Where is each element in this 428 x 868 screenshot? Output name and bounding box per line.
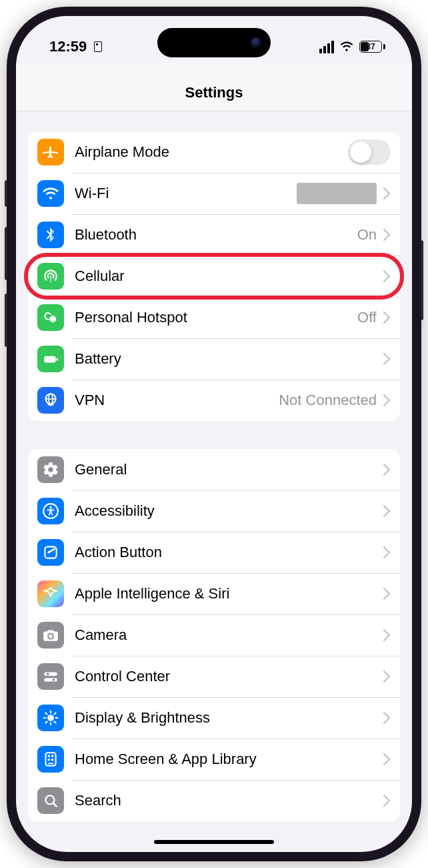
settings-row-wifi[interactable]: Wi-Fi: [28, 173, 400, 214]
cellular-signal-icon: [319, 41, 334, 53]
cellular-icon: [37, 263, 64, 290]
settings-row-bluetooth[interactable]: Bluetooth On: [28, 214, 400, 256]
chevron-right-icon: [383, 588, 391, 600]
vpn-value: Not Connected: [279, 392, 377, 409]
settings-row-appleintel[interactable]: Apple Intelligence & Siri: [28, 573, 400, 614]
action-button-icon: [37, 539, 64, 566]
settings-row-accessibility[interactable]: Accessibility: [28, 490, 400, 532]
chevron-right-icon: [383, 671, 391, 683]
phone-frame: 12:59 37 Set: [7, 7, 421, 861]
camera-icon: [37, 622, 64, 648]
chevron-right-icon: [383, 712, 391, 724]
side-button: [5, 180, 7, 207]
accessibility-label: Accessibility: [75, 502, 379, 520]
search-icon: [37, 787, 64, 814]
settings-scroll[interactable]: Airplane Mode Wi-Fi Bluetooth On Cellula…: [16, 111, 412, 849]
bluetooth-label: Bluetooth: [75, 226, 357, 244]
chevron-right-icon: [383, 312, 391, 324]
chevron-right-icon: [383, 795, 391, 807]
battery-indicator: 37: [359, 41, 385, 53]
display-label: Display & Brightness: [75, 709, 379, 727]
settings-row-battery[interactable]: Battery: [28, 338, 400, 380]
wifi-network-redacted: [297, 183, 377, 204]
settings-row-camera[interactable]: Camera: [28, 614, 400, 656]
battery-icon: [37, 346, 64, 372]
settings-group-connectivity: Airplane Mode Wi-Fi Bluetooth On Cellula…: [28, 131, 400, 421]
chevron-right-icon: [383, 753, 391, 765]
settings-row-airplane[interactable]: Airplane Mode: [28, 131, 400, 173]
airplane-icon: [37, 139, 64, 165]
settings-row-search[interactable]: Search: [28, 780, 400, 821]
airplane-toggle[interactable]: [348, 139, 391, 165]
settings-row-controlcenter[interactable]: Control Center: [28, 656, 400, 697]
settings-row-vpn[interactable]: VPN Not Connected: [28, 380, 400, 421]
page-title: Settings: [16, 63, 412, 111]
volume-down-button: [5, 294, 7, 347]
chevron-right-icon: [383, 546, 391, 558]
wifi-status-icon: [339, 41, 354, 52]
controlcenter-label: Control Center: [75, 668, 379, 685]
hotspot-icon: [37, 304, 64, 331]
chevron-right-icon: [383, 629, 391, 641]
camera-label: Camera: [75, 626, 379, 644]
home-screen-icon: [37, 746, 64, 773]
airplane-label: Airplane Mode: [75, 143, 348, 161]
sim-icon: [94, 41, 102, 52]
chevron-right-icon: [383, 505, 391, 517]
settings-row-display[interactable]: Display & Brightness: [28, 697, 400, 739]
chevron-right-icon: [383, 353, 391, 365]
display-brightness-icon: [37, 705, 64, 731]
power-button: [421, 240, 423, 320]
gear-icon: [37, 456, 64, 483]
settings-row-hotspot[interactable]: Personal Hotspot Off: [28, 297, 400, 338]
chevron-right-icon: [383, 464, 391, 476]
accessibility-icon: [37, 498, 64, 524]
wifi-label: Wi-Fi: [75, 185, 297, 202]
cellular-label: Cellular: [75, 268, 379, 285]
general-label: General: [75, 461, 379, 478]
chevron-right-icon: [383, 187, 391, 199]
settings-row-actionbutton[interactable]: Action Button: [28, 532, 400, 573]
control-center-icon: [37, 663, 64, 690]
settings-row-homescreen[interactable]: Home Screen & App Library: [28, 739, 400, 780]
settings-row-general[interactable]: General: [28, 449, 400, 490]
actionbutton-label: Action Button: [75, 544, 379, 561]
bluetooth-icon: [37, 222, 64, 248]
hotspot-value: Off: [357, 309, 377, 326]
chevron-right-icon: [383, 394, 391, 406]
vpn-label: VPN: [75, 392, 279, 409]
hotspot-label: Personal Hotspot: [75, 309, 357, 326]
settings-group-general: General Accessibility Action Button Appl…: [28, 449, 400, 821]
bluetooth-value: On: [357, 226, 377, 244]
chevron-right-icon: [383, 229, 391, 241]
vpn-icon: [37, 387, 64, 414]
front-camera: [251, 37, 261, 48]
search-label: Search: [75, 792, 379, 809]
home-indicator[interactable]: [154, 840, 274, 844]
appleintel-label: Apple Intelligence & Siri: [75, 585, 379, 602]
volume-up-button: [5, 227, 7, 280]
chevron-right-icon: [383, 270, 391, 282]
apple-intelligence-icon: [37, 580, 64, 607]
wifi-icon: [37, 180, 64, 207]
homescreen-label: Home Screen & App Library: [75, 751, 379, 768]
screen: 12:59 37 Set: [16, 16, 412, 852]
battery-label: Battery: [75, 350, 379, 368]
dynamic-island: [157, 28, 271, 57]
status-time: 12:59: [49, 38, 87, 55]
settings-row-cellular[interactable]: Cellular: [28, 256, 400, 297]
